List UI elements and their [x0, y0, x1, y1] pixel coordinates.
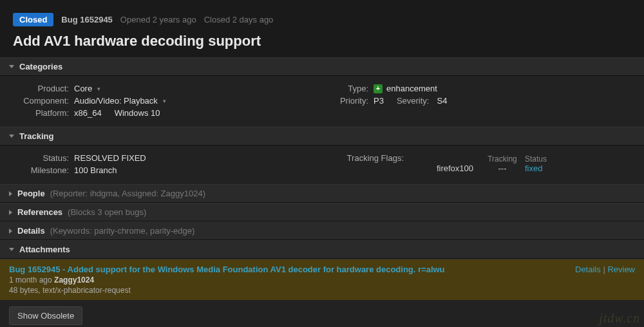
opened-label: Opened 2 years ago	[120, 15, 196, 24]
references-header[interactable]: References (Blocks 3 open bugs)	[0, 203, 644, 221]
tracking-body: Status: RESOLVED FIXED Milestone: 100 Br…	[0, 145, 644, 184]
people-title: People	[17, 189, 45, 198]
tracking-row-release: firefox100	[409, 164, 480, 173]
priority-value: P3 Severity: S4	[374, 96, 447, 106]
attachment-author[interactable]: Zaggy1024	[54, 276, 94, 285]
attachment-age: 1 month ago	[9, 276, 52, 285]
chevron-right-icon	[9, 229, 12, 234]
chevron-down-icon	[9, 135, 14, 138]
attachment-review-link[interactable]: Review	[607, 265, 635, 274]
component-label: Component:	[13, 96, 74, 106]
categories-body: Product: Core▾ Component: Audio/Video: P…	[0, 76, 644, 127]
chevron-down-icon	[9, 65, 14, 68]
tracking-header[interactable]: Tracking	[0, 127, 644, 145]
status-badge: Closed	[13, 13, 53, 26]
bug-id: Bug 1652945	[61, 15, 113, 24]
severity-value: S4	[437, 96, 447, 106]
attachments-header[interactable]: Attachments	[0, 240, 644, 259]
product-label: Product:	[13, 84, 74, 93]
platform-value: x86_64Windows 10	[74, 108, 160, 118]
tracking-flags-label: Tracking Flags:	[322, 153, 409, 173]
show-obsolete-button[interactable]: Show Obsolete	[9, 306, 82, 325]
priority-label: Priority:	[322, 96, 374, 106]
severity-label: Severity:	[397, 96, 430, 106]
closed-label: Closed 2 days ago	[204, 15, 274, 24]
references-summary: (Blocks 3 open bugs)	[68, 207, 146, 217]
bug-header: Closed Bug 1652945 Opened 2 years ago Cl…	[0, 0, 644, 57]
attachments-footer: Show Obsolete	[0, 300, 644, 327]
caret-down-icon: ▾	[163, 98, 166, 104]
status-value: RESOLVED FIXED	[74, 153, 146, 163]
watermark: jtdw.cn	[599, 311, 640, 326]
chevron-right-icon	[9, 191, 12, 196]
tracking-row-tracking: ---	[480, 164, 525, 173]
attachment-details-link[interactable]: Details	[575, 265, 601, 274]
bug-meta-row: Closed Bug 1652945 Opened 2 years ago Cl…	[13, 13, 631, 26]
tracking-title: Tracking	[19, 131, 53, 141]
people-summary: (Reporter: ihdgma, Assigned: Zaggy1024)	[50, 189, 205, 198]
milestone-label: Milestone:	[13, 165, 74, 175]
tracking-row-status[interactable]: fixed	[525, 164, 564, 173]
status-label: Status:	[13, 153, 74, 163]
details-summary: (Keywords: parity-chrome, parity-edge)	[50, 226, 195, 236]
chevron-down-icon	[9, 248, 14, 251]
attachment-item: Details | Review Bug 1652945 - Added sup…	[0, 259, 644, 300]
tracking-col-tracking: Tracking	[480, 154, 525, 164]
enhancement-icon: +	[374, 84, 383, 93]
chevron-right-icon	[9, 210, 12, 215]
people-header[interactable]: People (Reporter: ihdgma, Assigned: Zagg…	[0, 184, 644, 203]
page-title: Add AV1 hardware decoding support	[13, 33, 631, 50]
details-header[interactable]: Details (Keywords: parity-chrome, parity…	[0, 221, 644, 240]
attachment-size: 48 bytes, text/x-phabricator-request	[9, 286, 635, 295]
categories-header[interactable]: Categories	[0, 57, 644, 76]
platform-label: Platform:	[13, 108, 74, 118]
caret-down-icon: ▾	[97, 86, 100, 92]
type-label: Type:	[322, 84, 374, 93]
milestone-value: 100 Branch	[74, 165, 117, 175]
references-title: References	[17, 207, 62, 217]
attachments-title: Attachments	[19, 245, 70, 254]
tracking-col-status: Status	[525, 154, 564, 164]
categories-title: Categories	[19, 62, 62, 71]
component-value[interactable]: Audio/Video: Playback▾	[74, 96, 166, 106]
product-value[interactable]: Core▾	[74, 84, 100, 93]
attachment-title-link[interactable]: Bug 1652945 - Added support for the Wind…	[9, 265, 635, 274]
type-value: + enhancement	[374, 84, 437, 93]
tracking-flags-table: Tracking Status firefox100 --- fixed	[409, 154, 564, 173]
details-title: Details	[17, 226, 45, 236]
